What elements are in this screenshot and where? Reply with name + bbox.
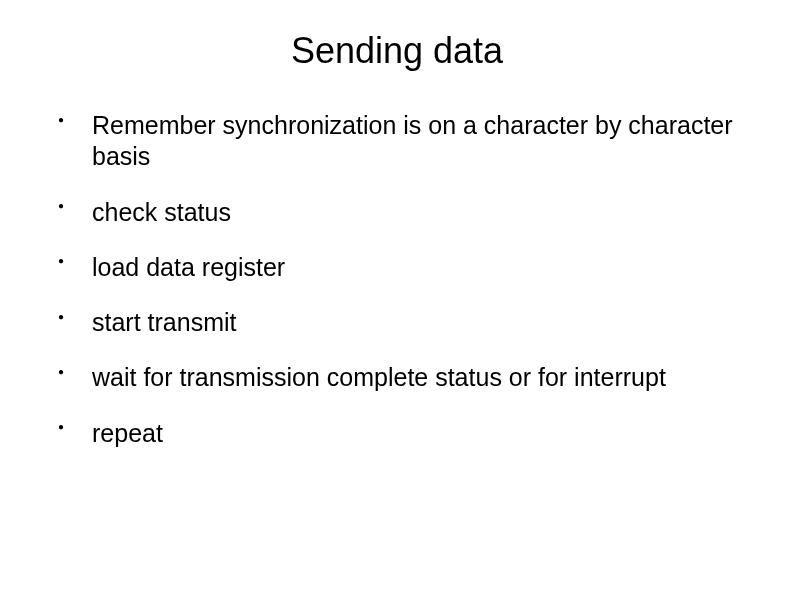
list-item: repeat bbox=[58, 418, 754, 449]
list-item: check status bbox=[58, 197, 754, 228]
list-item: load data register bbox=[58, 252, 754, 283]
slide: Sending data Remember synchronization is… bbox=[0, 0, 794, 595]
list-item: Remember synchronization is on a charact… bbox=[58, 110, 754, 173]
bullet-list: Remember synchronization is on a charact… bbox=[40, 110, 754, 449]
list-item: start transmit bbox=[58, 307, 754, 338]
list-item: wait for transmission complete status or… bbox=[58, 362, 754, 393]
slide-title: Sending data bbox=[40, 30, 754, 72]
